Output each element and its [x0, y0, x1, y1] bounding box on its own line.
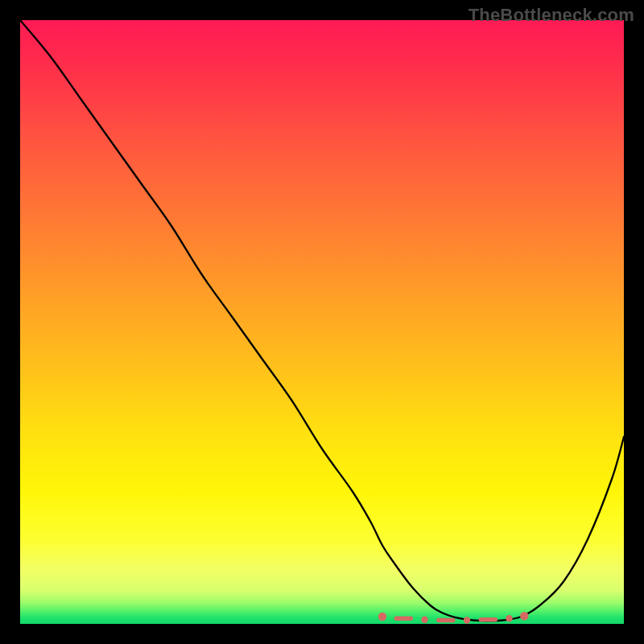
sweet-spot-dot	[506, 615, 512, 621]
watermark-label: TheBottleneck.com	[469, 5, 634, 26]
sweet-spot-dot	[421, 617, 427, 623]
sweet-spot-dot	[464, 617, 470, 623]
sweet-spot-dot	[378, 613, 386, 621]
curve-layer	[20, 20, 624, 624]
chart-frame: TheBottleneck.com	[0, 0, 644, 644]
plot-area	[20, 20, 624, 624]
sweet-spot-dot	[520, 612, 528, 620]
bottleneck-curve	[20, 20, 624, 621]
